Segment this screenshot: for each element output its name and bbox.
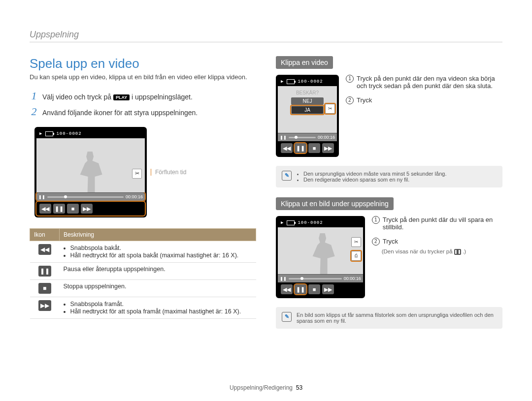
callout-1-text: Tryck på den punkt där den nya videon sk… (357, 75, 502, 90)
pause-indicator-icon: ❚❚ (280, 277, 287, 281)
callout-2-text: Tryck (383, 238, 398, 246)
page-footer: Uppspelning/Redigering 53 (0, 384, 532, 391)
footer-section: Uppspelning/Redigering (230, 384, 293, 391)
dialog-option-yes[interactable]: JA (291, 106, 324, 114)
table-row: ◀◀ Snabbspola bakåt. Håll nedtryckt för … (30, 241, 256, 263)
rewind-button[interactable]: ◀◀ (39, 204, 51, 214)
capture-note: ✎ En bild som klipps ut får samma filsto… (276, 307, 502, 329)
row1-text-b: Håll nedtryckt för att spola bakåt (maxi… (70, 252, 252, 259)
capture-note-text: En bild som klipps ut får samma filstorl… (297, 312, 497, 324)
callout-1: 1 Tryck på den punkt där den nya videon … (346, 75, 502, 90)
step-number: 2 (30, 105, 38, 118)
capture-callouts: 1 Tryck på den punkt där du vill spara e… (372, 216, 502, 262)
trim-dialog: BESKÄR? NEJ JA (291, 89, 324, 115)
player-top-bar: ▶ 100-0002 (36, 129, 145, 138)
table-row: ■ Stoppa uppspelningen. (30, 280, 256, 297)
step-2-text: Använd följande ikoner för att styra upp… (42, 109, 198, 117)
forward-button[interactable]: ▶▶ (322, 284, 334, 294)
battery-icon (287, 220, 295, 225)
progress-bar: ❚❚ 00:00:16 (278, 274, 363, 282)
elapsed-label: Förfluten tid (151, 169, 186, 176)
dialog-question: BESKÄR? (291, 89, 324, 96)
breadcrumb-text: Uppspelning (30, 30, 79, 39)
info-icon: ✎ (282, 171, 292, 181)
callout-2: 2 Tryck (Den visas när du trycker på ❚❚ … (372, 238, 502, 255)
pause-button[interactable]: ❚❚ (53, 204, 65, 214)
trim-player: ▶ 100-0002 BESKÄR? NEJ JA ✂ ❚❚ (276, 75, 339, 157)
forward-button[interactable]: ▶▶ (81, 204, 93, 214)
capture-icon[interactable]: ⎙ (351, 251, 361, 261)
row1-text-a: Snabbspola bakåt. (70, 245, 252, 251)
step-2: 2 Använd följande ikoner för att styra u… (30, 105, 256, 118)
callout-2: 2 Tryck (346, 96, 502, 104)
circled-2-icon: 2 (372, 238, 380, 246)
stop-button[interactable]: ■ (308, 143, 320, 153)
capture-heading: Klippa ut en bild under uppspelning (276, 197, 394, 210)
circled-1-icon: 1 (346, 75, 354, 83)
progress-track (289, 137, 316, 138)
trim-scene: BESKÄR? NEJ JA ✂ (278, 86, 337, 133)
pause-indicator-icon: ❚❚ (280, 135, 287, 140)
silhouette-figure (78, 152, 102, 192)
circled-1-icon: 1 (372, 216, 380, 224)
player-top-bar: ▶ 100-0002 (278, 77, 337, 86)
breadcrumb: Uppspelning (30, 30, 502, 42)
play-indicator-icon: ▶ (281, 79, 284, 84)
crop-icon[interactable]: ✂ (351, 237, 361, 247)
table-row: ▶▶ Snabbspola framåt. Håll nedtryckt för… (30, 297, 256, 319)
crop-icon[interactable]: ✂ (325, 104, 335, 114)
pause-icon: ❚❚ (454, 249, 461, 255)
play-indicator-icon: ▶ (39, 131, 42, 136)
step-1-text: Välj video och tryck på PLAY i uppspelni… (42, 93, 193, 101)
callout-2-text: Tryck (357, 96, 372, 104)
play-indicator-icon: ▶ (281, 220, 284, 225)
progress-bar: ❚❚ 00:00:16 (278, 133, 337, 141)
right-column: Klippa en video ▶ 100-0002 BESKÄR? NEJ J… (276, 56, 502, 339)
progress-track (47, 196, 124, 198)
elapsed-time: 00:00:16 (126, 194, 143, 199)
callout-1: 1 Tryck på den punkt där du vill spara e… (372, 216, 502, 231)
file-number: 100-0002 (298, 220, 323, 225)
player-top-bar: ▶ 100-0002 (278, 218, 363, 227)
forward-icon: ▶▶ (38, 300, 51, 311)
dialog-option-no[interactable]: NEJ (291, 97, 324, 105)
forward-button[interactable]: ▶▶ (322, 143, 334, 153)
icon-description-table: Ikon Beskrivning ◀◀ Snabbspola bakåt. Hå… (30, 228, 256, 319)
row4-text-b: Håll nedtryckt för att spola framåt (max… (70, 308, 252, 315)
columns: Spela upp en video Du kan spela upp en v… (30, 56, 502, 339)
crop-icon: ✂ (132, 169, 142, 179)
callout-1-text: Tryck på den punkt där du vill spara en … (383, 216, 502, 231)
player-controls: ◀◀ ❚❚ ■ ▶▶ (278, 282, 363, 296)
player-illustration: ▶ 100-0002 ✂ ❚❚ 00:00:16 ◀◀ (30, 123, 256, 221)
rewind-button[interactable]: ◀◀ (281, 284, 293, 294)
trim-illustration: ▶ 100-0002 BESKÄR? NEJ JA ✂ ❚❚ (276, 75, 502, 157)
stop-button[interactable]: ■ (308, 284, 320, 294)
player-scene: ✂ (36, 138, 145, 192)
step-number: 1 (30, 90, 38, 102)
progress-bar: ❚❚ 00:00:16 (36, 192, 145, 201)
table-row: ❚❚ Pausa eller återuppta uppspelningen. (30, 263, 256, 280)
step-1: 1 Välj video och tryck på PLAY i uppspel… (30, 90, 256, 102)
pause-button[interactable]: ❚❚ (295, 284, 306, 294)
player-controls: ◀◀ ❚❚ ■ ▶▶ (278, 141, 337, 155)
capture-illustration: ▶ 100-0002 ✂ ⎙ ❚❚ 00:00:16 (276, 216, 502, 298)
left-column: Spela upp en video Du kan spela upp en v… (30, 56, 256, 339)
lead-text: Du kan spela upp en video, klippa ut en … (30, 73, 256, 81)
rewind-button[interactable]: ◀◀ (281, 143, 293, 153)
player-controls: ◀◀ ❚❚ ■ ▶▶ (36, 202, 145, 216)
video-player: ▶ 100-0002 ✂ ❚❚ 00:00:16 ◀◀ (34, 127, 147, 217)
silhouette-figure (310, 233, 335, 274)
page: Uppspelning Spela upp en video Du kan sp… (0, 0, 532, 401)
th-icon: Ikon (30, 229, 60, 241)
trim-note-2: Den redigerade videon sparas som en ny f… (303, 177, 446, 183)
pause-icon: ❚❚ (38, 266, 51, 277)
stop-button[interactable]: ■ (67, 204, 79, 214)
file-number: 100-0002 (298, 79, 323, 84)
stop-icon: ■ (38, 283, 51, 294)
battery-icon (287, 79, 295, 84)
row3-text: Stoppa uppspelningen. (60, 280, 256, 297)
th-desc: Beskrivning (60, 229, 256, 241)
file-number: 100-0002 (56, 131, 81, 136)
pause-button[interactable]: ❚❚ (295, 143, 306, 153)
elapsed-time: 00:00:16 (318, 135, 335, 140)
